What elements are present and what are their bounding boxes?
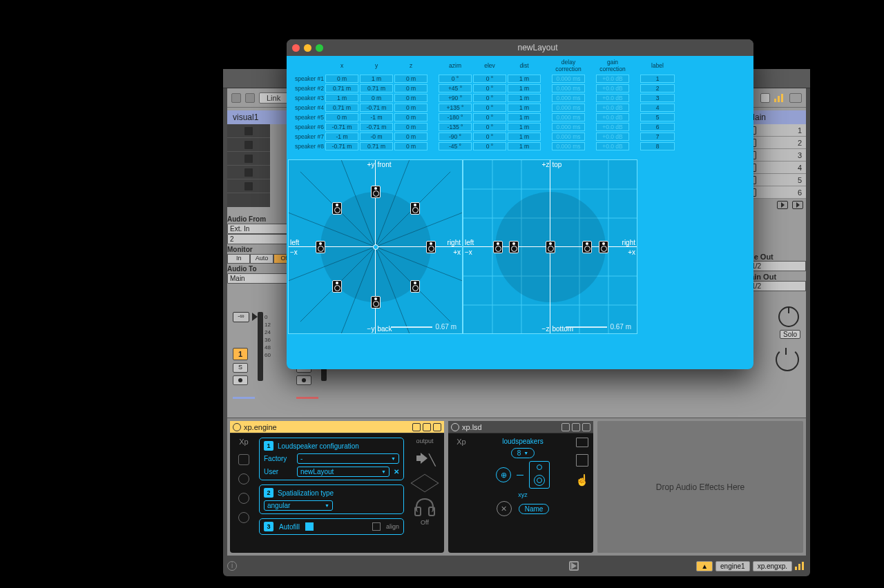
cell-z[interactable]: 0 m <box>394 123 427 131</box>
clip-slot[interactable] <box>227 166 270 179</box>
cell-dist[interactable]: 1 m <box>508 133 541 141</box>
toolbar-square-1[interactable] <box>231 93 241 103</box>
audio-to-select[interactable]: Main <box>227 273 296 284</box>
cell-x[interactable]: -0.71 m <box>325 123 358 131</box>
cell-label[interactable]: 3 <box>640 94 675 102</box>
factory-select[interactable]: - <box>297 453 399 464</box>
warn-chip[interactable]: ▲ <box>696 561 713 571</box>
user-select[interactable]: newLayout <box>297 467 390 477</box>
newlayout-titlebar[interactable]: newLayout <box>287 39 753 56</box>
cell-gain[interactable]: +0.0 dB <box>596 94 629 102</box>
cell-delay[interactable]: 0.000 ms <box>552 94 585 102</box>
speaker-icon[interactable] <box>332 202 342 215</box>
cell-z[interactable]: 0 m <box>394 94 427 102</box>
cell-x[interactable]: 0 m <box>325 75 358 83</box>
meter-icon[interactable] <box>795 562 806 570</box>
device-power-icon[interactable] <box>451 423 459 431</box>
clip-slot[interactable] <box>227 152 270 166</box>
name-pill[interactable]: Name <box>519 504 550 514</box>
cell-dist[interactable]: 1 m <box>508 84 541 92</box>
cell-azim[interactable]: +45 ° <box>439 84 472 92</box>
speaker-icon[interactable] <box>582 241 592 253</box>
track-activator-button[interactable]: 1 <box>233 348 248 360</box>
footer-chip-xp[interactable]: xp.engxp. <box>753 561 792 571</box>
info-icon[interactable] <box>238 473 249 484</box>
help-icon[interactable] <box>238 512 249 523</box>
cell-z[interactable]: 0 m <box>394 113 427 121</box>
device-hdr-icon[interactable] <box>412 423 421 431</box>
play-button[interactable] <box>569 561 579 571</box>
close-icon[interactable] <box>292 44 300 52</box>
link-button[interactable]: Link <box>259 92 288 104</box>
cell-z[interactable]: 0 m <box>394 142 427 150</box>
xp-label[interactable]: Xp <box>457 438 465 446</box>
cell-gain[interactable]: +0.0 dB <box>596 104 629 112</box>
cell-dist[interactable]: 1 m <box>508 75 541 83</box>
speaker-count-select[interactable]: 8▼ <box>511 448 535 458</box>
speaker-icon[interactable] <box>410 202 420 215</box>
cell-azim[interactable]: -90 ° <box>439 133 472 141</box>
record-scene-icon[interactable] <box>792 201 803 209</box>
cell-delay[interactable]: 0.000 ms <box>552 133 585 141</box>
cell-y[interactable]: -0.71 m <box>360 123 393 131</box>
volume-readout[interactable]: -∞ <box>233 312 249 322</box>
cell-azim[interactable]: 0 ° <box>439 75 472 83</box>
cell-z[interactable]: 0 m <box>394 84 427 92</box>
speaker-icon[interactable] <box>546 241 555 253</box>
drop-audio-effects-zone[interactable]: Drop Audio Effects Here <box>597 421 803 553</box>
cell-gain[interactable]: +0.0 dB <box>596 113 629 121</box>
cell-gain[interactable]: +0.0 dB <box>596 75 629 83</box>
cell-elev[interactable]: 0 ° <box>473 133 506 141</box>
master-pan-knob[interactable] <box>776 348 799 371</box>
speaker-icon[interactable] <box>599 241 608 253</box>
spatialization-select[interactable]: angular <box>264 500 333 511</box>
table-row[interactable]: speaker #50 m-1 m0 m-180 °0 °1 m0.000 ms… <box>288 113 675 121</box>
cell-label[interactable]: 2 <box>640 84 675 92</box>
speaker-icon[interactable] <box>371 186 381 198</box>
cell-label[interactable]: 7 <box>640 133 675 141</box>
cell-x[interactable]: 0 m <box>325 113 358 121</box>
volume-fader[interactable] <box>258 312 263 381</box>
cell-gain[interactable]: +0.0 dB <box>596 123 629 131</box>
solo-button[interactable]: S <box>233 363 248 373</box>
cell-azim[interactable]: -135 ° <box>439 123 472 131</box>
cell-y[interactable]: 0 m <box>360 94 393 102</box>
cell-delay[interactable]: 0.000 ms <box>552 113 585 121</box>
cell-y[interactable]: 1 m <box>360 75 393 83</box>
monitor-in-button[interactable]: In <box>227 254 250 264</box>
cell-delay[interactable]: 0.000 ms <box>552 104 585 112</box>
cell-elev[interactable]: 0 ° <box>473 75 506 83</box>
arm-button[interactable] <box>296 375 311 385</box>
arrow-left-button[interactable] <box>760 93 770 103</box>
cell-delay[interactable]: 0.000 ms <box>552 142 585 150</box>
cue-volume-knob[interactable] <box>778 306 799 327</box>
gear-icon[interactable] <box>238 454 249 465</box>
cell-y[interactable]: -1 m <box>360 113 393 121</box>
cell-label[interactable]: 6 <box>640 123 675 131</box>
play-scene-icon[interactable] <box>777 201 788 209</box>
device-header[interactable]: xp.engine <box>230 421 444 433</box>
cell-elev[interactable]: 0 ° <box>473 123 506 131</box>
view-bars-icon[interactable] <box>774 94 785 102</box>
cell-dist[interactable]: 1 m <box>508 142 541 150</box>
cell-azim[interactable]: +135 ° <box>439 104 472 112</box>
speaker-icon[interactable] <box>410 280 420 293</box>
speaker-icon[interactable] <box>426 241 436 253</box>
speaker-icon[interactable] <box>509 241 519 253</box>
toolbar-square-2[interactable] <box>245 93 255 103</box>
cell-delay[interactable]: 0.000 ms <box>552 75 585 83</box>
fader-handle-icon[interactable] <box>252 313 258 321</box>
cell-label[interactable]: 8 <box>640 142 675 150</box>
cell-label[interactable]: 1 <box>640 75 675 83</box>
device-hdr-icon[interactable] <box>423 423 431 431</box>
folder-icon[interactable] <box>576 438 588 447</box>
align-checkbox[interactable] <box>372 522 381 531</box>
cell-dist[interactable]: 1 m <box>508 104 541 112</box>
cell-delay[interactable]: 0.000 ms <box>552 123 585 131</box>
device-power-icon[interactable] <box>233 423 241 431</box>
cell-elev[interactable]: 0 ° <box>473 142 506 150</box>
cell-azim[interactable]: -45 ° <box>439 142 472 150</box>
cell-y[interactable]: -0 m <box>360 133 393 141</box>
cell-elev[interactable]: 0 ° <box>473 104 506 112</box>
table-row[interactable]: speaker #20.71 m0.71 m0 m+45 °0 °1 m0.00… <box>288 84 675 92</box>
